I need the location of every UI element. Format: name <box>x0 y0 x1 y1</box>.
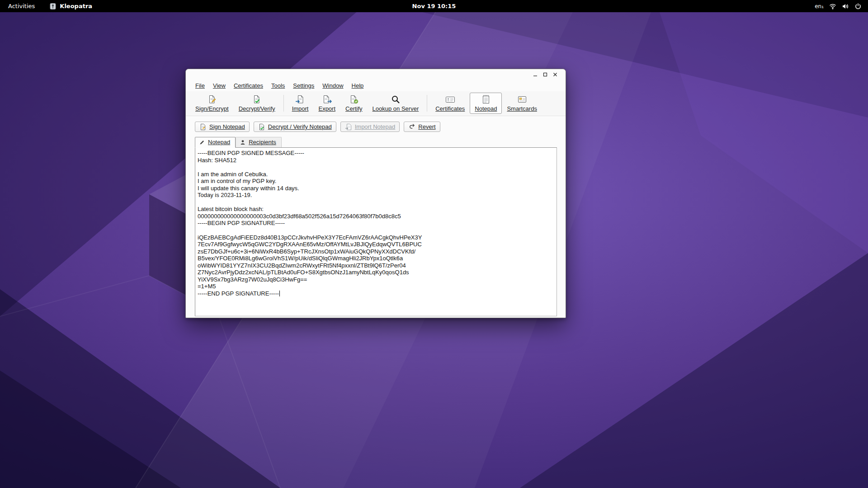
focused-app-name: Kleopatra <box>60 3 92 9</box>
tab-label: Notepad <box>208 139 230 145</box>
tab-notepad[interactable]: Notepad <box>195 137 236 148</box>
toolbar-label: Notepad <box>475 105 497 112</box>
toolbar-separator <box>283 95 284 112</box>
menu-settings[interactable]: Settings <box>289 81 318 90</box>
toolbar-export-button[interactable]: Export <box>313 93 340 114</box>
notepad-tab-bar: Notepad Recipients <box>195 136 566 147</box>
main-toolbar: Sign/Encrypt Decrypt/Verify <box>186 91 566 116</box>
menu-window[interactable]: Window <box>318 81 347 90</box>
toolbar-smartcards-button[interactable]: Smartcards <box>502 93 542 114</box>
certify-icon <box>349 94 359 104</box>
person-icon <box>240 139 246 145</box>
revert-icon <box>408 123 415 131</box>
button-label: Decrypt / Verify Notepad <box>268 123 332 130</box>
toolbar-certificates-button[interactable]: Certificates <box>430 93 470 114</box>
text-cursor <box>279 291 280 296</box>
volume-icon <box>842 3 849 10</box>
import-notepad-button: Import Notepad <box>340 122 400 132</box>
toolbar-label: Decrypt/Verify <box>239 105 275 112</box>
menu-view[interactable]: View <box>209 81 230 90</box>
notepad-text: -----BEGIN PGP SIGNED MESSAGE----- Hash:… <box>198 150 422 297</box>
tab-recipients[interactable]: Recipients <box>236 137 282 147</box>
maximize-button[interactable] <box>540 70 550 79</box>
export-icon <box>322 94 332 104</box>
toolbar-label: Certificates <box>435 105 465 112</box>
toolbar-label: Import <box>292 105 309 112</box>
toolbar-lookup-on-server-button[interactable]: Lookup on Server <box>368 93 424 114</box>
pencil-icon <box>199 139 205 145</box>
keyboard-layout-indicator: en₁ <box>815 3 824 9</box>
smartcards-icon <box>517 94 527 104</box>
toolbar-label: Export <box>318 105 335 112</box>
sign-notepad-icon <box>199 123 207 131</box>
notepad-icon <box>481 94 491 104</box>
decrypt-verify-notepad-button[interactable]: Decrypt / Verify Notepad <box>254 122 336 132</box>
system-status-menu[interactable]: en₁ <box>808 0 868 12</box>
toolbar-notepad-button[interactable]: Notepad <box>470 93 502 114</box>
menu-certificates[interactable]: Certificates <box>230 81 267 90</box>
decrypt-verify-notepad-icon <box>258 123 265 131</box>
revert-button[interactable]: Revert <box>404 122 440 132</box>
sign-notepad-button[interactable]: Sign Notepad <box>195 122 250 132</box>
clock-button[interactable]: Nov 19 10:15 <box>409 0 460 12</box>
certificates-icon <box>445 94 455 104</box>
focused-app-menu[interactable]: Kleopatra <box>46 0 96 12</box>
button-label: Import Notepad <box>355 123 396 130</box>
toolbar-label: Sign/Encrypt <box>195 105 229 112</box>
toolbar-separator <box>427 95 427 112</box>
notepad-text-area[interactable]: -----BEGIN PGP SIGNED MESSAGE----- Hash:… <box>195 147 557 316</box>
button-label: Revert <box>418 123 435 130</box>
button-label: Sign Notepad <box>209 123 245 130</box>
top-bar: Activities Kleopatra Nov 19 10:15 en₁ <box>0 0 868 12</box>
decrypt-verify-icon <box>252 94 262 104</box>
tab-label: Recipients <box>249 139 276 145</box>
menu-help[interactable]: Help <box>348 81 368 90</box>
menu-file[interactable]: File <box>191 81 209 90</box>
kleopatra-window: File View Certificates Tools Settings Wi… <box>185 69 566 318</box>
sign-encrypt-icon <box>207 94 217 104</box>
menu-tools[interactable]: Tools <box>267 81 289 90</box>
close-button[interactable] <box>550 70 560 79</box>
toolbar-certify-button[interactable]: Certify <box>340 93 368 114</box>
import-icon <box>295 94 305 104</box>
lookup-on-server-icon <box>391 94 401 104</box>
kleopatra-app-icon <box>49 3 57 10</box>
wifi-icon <box>829 3 836 10</box>
toolbar-sign-encrypt-button[interactable]: Sign/Encrypt <box>190 93 234 114</box>
power-icon <box>854 3 862 10</box>
menu-bar: File View Certificates Tools Settings Wi… <box>186 80 566 91</box>
toolbar-label: Certify <box>345 105 363 112</box>
window-titlebar[interactable] <box>186 69 566 80</box>
toolbar-label: Smartcards <box>507 105 537 112</box>
minimize-button[interactable] <box>530 70 540 79</box>
desktop: Activities Kleopatra Nov 19 10:15 en₁ <box>0 0 868 488</box>
activities-button[interactable]: Activities <box>5 0 38 12</box>
toolbar-import-button[interactable]: Import <box>287 93 314 114</box>
import-notepad-icon <box>345 123 352 131</box>
toolbar-decrypt-verify-button[interactable]: Decrypt/Verify <box>234 93 280 114</box>
toolbar-label: Lookup on Server <box>373 105 419 112</box>
notepad-action-bar: Sign Notepad Decrypt / Verify Notepad <box>195 122 566 132</box>
